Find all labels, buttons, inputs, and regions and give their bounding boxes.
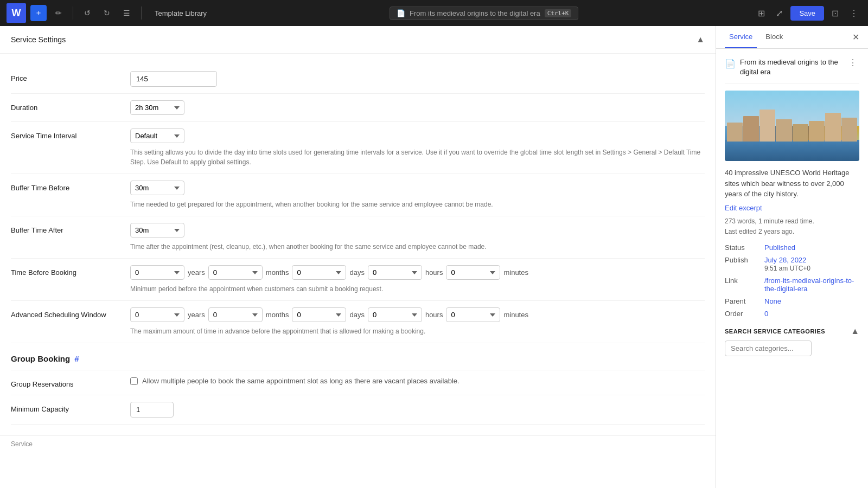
advanced-scheduling-description: The maximum amount of time in advance be… [130,326,705,336]
edit-button[interactable]: ✏ [51,5,66,21]
advanced-scheduling-row: Advanced Scheduling Window 01 years 01 m… [11,301,705,343]
group-reservations-row: Group Reservations Allow multiple people… [11,370,705,395]
view-toggle-button[interactable]: ⊞ [755,5,768,22]
thumb-buildings [725,110,859,142]
adv-days-select[interactable]: 01 [292,307,346,322]
adv-years-select[interactable]: 01 [130,307,184,322]
adv-minutes-label: minutes [503,311,528,319]
categories-search-input[interactable] [725,341,812,356]
post-thumbnail [725,91,859,161]
buffer-time-before-description: Time needed to get prepared for the appo… [130,200,705,209]
buffer-time-after-select[interactable]: 30m 15m 1h [130,223,184,237]
categories-section-header: SEARCH SERVICE CATEGORIES ▲ [725,326,859,336]
post-meta: 273 words, 1 minute read time. Last edit… [725,216,859,237]
group-booking-header: Group Booking # [11,343,705,370]
duration-label: Duration [11,100,130,112]
advanced-scheduling-inputs: 01 years 01 months 01 days 01 hours 015 … [130,307,705,322]
minimum-capacity-control [130,402,705,418]
search-bar[interactable]: 📄 From its medieval origins to the digit… [390,7,578,20]
divider2 [141,7,142,20]
time-before-years-select[interactable]: 012 [130,265,184,280]
link-value[interactable]: /from-its-medieval-origins-to-the-digita… [764,277,859,293]
minimum-capacity-input[interactable] [130,402,174,418]
group-reservations-checkbox-row: Allow multiple people to book the same a… [130,377,705,385]
buffer-time-after-control: 30m 15m 1h Time after the appointment (r… [130,223,705,252]
status-value[interactable]: Published [764,243,795,252]
parent-value[interactable]: None [764,297,781,305]
collapse-button[interactable]: ▲ [696,35,705,44]
menu-button[interactable]: ☰ [119,5,135,21]
publish-time: 9:51 am UTC+0 [764,265,810,272]
advanced-scheduling-control: 01 years 01 months 01 days 01 hours 015 … [130,307,705,336]
duration-select[interactable]: 2h 30m 1h 30m [130,100,184,115]
right-panel-tabs: Service Block ✕ [716,26,868,49]
service-time-interval-label: Service Time Interval [11,129,130,140]
duration-row: Duration 2h 30m 1h 30m [11,94,705,122]
service-time-interval-description: This setting allows you to divide the da… [130,147,705,167]
right-panel: Service Block ✕ 📄 From its medieval orig… [716,26,868,488]
hours-label: hours [425,268,443,277]
publish-date[interactable]: July 28, 2022 [764,256,806,264]
tab-block[interactable]: Block [761,26,787,48]
minimum-capacity-row: Minimum Capacity [11,395,705,425]
adv-years-label: years [188,311,205,319]
tab-service[interactable]: Service [725,26,757,48]
buffer-time-before-select[interactable]: 30m 15m 1h [130,181,184,195]
service-settings-title: Service Settings [11,35,66,44]
buffer-time-after-row: Buffer Time After 30m 15m 1h Time after … [11,216,705,259]
redo-button[interactable]: ↻ [99,5,114,21]
bottom-service-label: Service [0,435,716,452]
group-booking-anchor[interactable]: # [74,354,79,363]
time-before-minutes-select[interactable]: 01530 [446,265,500,280]
adv-minutes-select[interactable]: 015 [446,307,500,322]
save-button[interactable]: Save [790,6,824,21]
price-input[interactable] [130,71,217,87]
buffer-time-after-description: Time after the appointment (rest, cleanu… [130,242,705,252]
undo-button[interactable]: ↺ [80,5,95,21]
buffer-time-before-control: 30m 15m 1h Time needed to get prepared f… [130,181,705,209]
service-time-interval-control: Default 15m 30m 1h This setting allows y… [130,129,705,167]
service-time-interval-select[interactable]: Default 15m 30m 1h [130,129,184,143]
order-value[interactable]: 0 [764,310,768,318]
time-before-booking-inputs: 012 years 016 months 017 days 0112 hours… [130,265,705,280]
sidebar-toggle-button[interactable]: ⊡ [828,5,842,22]
group-reservations-checkbox[interactable] [130,377,138,385]
group-reservations-checkbox-label: Allow multiple people to book the same a… [142,377,459,385]
service-settings-header: Service Settings ▲ [0,26,716,54]
days-label: days [349,268,364,277]
meta-parent-row: Parent None [725,297,859,305]
wp-logo: W [7,3,26,23]
time-before-months-select[interactable]: 016 [208,265,263,280]
add-block-button[interactable]: ＋ [30,5,47,21]
time-before-hours-select[interactable]: 0112 [368,265,422,280]
post-more-button[interactable]: ⋮ [846,57,859,68]
order-label: Order [725,310,760,318]
minutes-label: minutes [503,268,528,277]
parent-label: Parent [725,297,760,305]
post-description: 40 impressive UNESCO World Heritage site… [725,168,859,200]
meta-link-row: Link /from-its-medieval-origins-to-the-d… [725,277,859,293]
adv-hours-select[interactable]: 01 [368,307,422,322]
document-icon: 📄 [725,59,736,69]
edit-excerpt-link[interactable]: Edit excerpt [725,204,762,212]
close-panel-button[interactable]: ✕ [852,32,859,42]
thumb-water [725,140,859,161]
template-library-label: Template Library [155,9,207,17]
main-layout: Service Settings ▲ Price Duration 2h 30m… [0,26,868,488]
post-item: 📄 From its medieval origins to the digit… [725,57,859,84]
publish-value-group: July 28, 2022 9:51 am UTC+0 [764,256,810,272]
group-booking-title: Group Booking # [11,354,79,363]
minimum-capacity-label: Minimum Capacity [11,402,130,413]
divider [73,7,73,20]
categories-collapse-button[interactable]: ▲ [851,326,859,336]
group-reservations-label: Group Reservations [11,377,130,388]
meta-publish-row: Publish July 28, 2022 9:51 am UTC+0 [725,256,859,272]
thumbnail-scene [725,91,859,161]
time-before-booking-label: Time Before Booking [11,265,130,277]
time-before-days-select[interactable]: 017 [292,265,346,280]
external-link-button[interactable]: ⤢ [773,5,786,22]
more-options-button[interactable]: ⋮ [846,5,861,22]
adv-months-label: months [266,311,289,319]
categories-title: SEARCH SERVICE CATEGORIES [725,328,825,335]
adv-months-select[interactable]: 01 [208,307,263,322]
